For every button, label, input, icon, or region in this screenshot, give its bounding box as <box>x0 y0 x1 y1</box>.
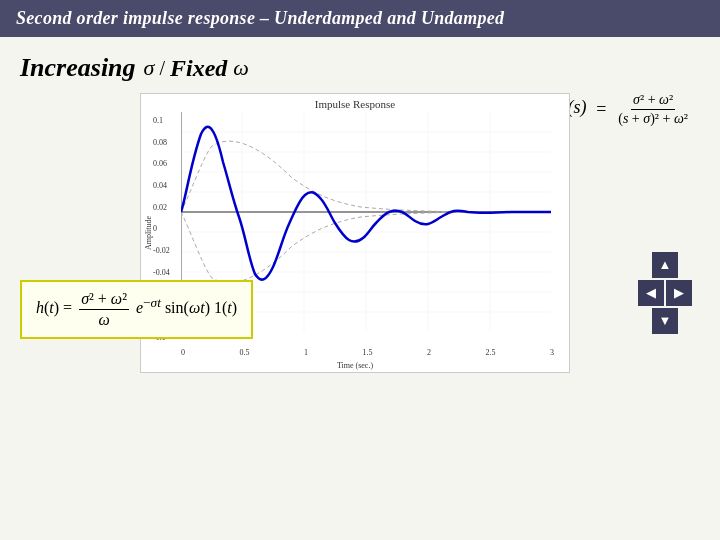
omega-label: ω <box>233 55 249 81</box>
nav-down-button[interactable]: ▼ <box>652 308 678 334</box>
slide-content: Increasing σ / Fixed ω H(s) = σ² + ω² (s… <box>0 37 720 389</box>
x-axis-labels: 0 0.5 1 1.5 2 2.5 3 <box>181 348 554 357</box>
fixed-label: Fixed <box>170 55 227 82</box>
formula-denominator: (s + σ)² + ω² <box>616 110 690 127</box>
sigma-label: σ <box>144 55 155 81</box>
header-title: Second order impulse response – Underdam… <box>16 8 504 28</box>
increasing-label: Increasing <box>20 53 136 83</box>
nav-left-button[interactable]: ◀ <box>638 280 664 306</box>
nav-up-button[interactable]: ▲ <box>652 252 678 278</box>
right-arrow-icon: ▶ <box>674 285 684 301</box>
y-axis-label: Amplitude <box>144 216 153 250</box>
down-arrow-icon: ▼ <box>659 313 672 329</box>
bottom-formula-box: h(t) = σ² + ω² ω e−σt sin(ωt) 1(t) <box>20 280 253 339</box>
nav-right-button[interactable]: ▶ <box>666 280 692 306</box>
nav-arrows: ▲ ◀ ▶ ▼ <box>638 252 692 334</box>
left-arrow-icon: ◀ <box>646 285 656 301</box>
slide: Second order impulse response – Underdam… <box>0 0 720 540</box>
slash-label: / <box>159 57 165 80</box>
top-right-formula: H(s) = σ² + ω² (s + σ)² + ω² <box>555 92 690 127</box>
plot-title: Impulse Response <box>141 94 569 110</box>
top-label-row: Increasing σ / Fixed ω <box>20 53 700 83</box>
bottom-fraction: σ² + ω² ω <box>79 290 129 329</box>
equals-sign: = <box>596 99 606 119</box>
slide-header: Second order impulse response – Underdam… <box>0 0 720 37</box>
formula-fraction: σ² + ω² (s + σ)² + ω² <box>616 92 690 127</box>
formula-numerator: σ² + ω² <box>631 92 675 110</box>
up-arrow-icon: ▲ <box>659 257 672 273</box>
x-axis-label: Time (sec.) <box>337 361 373 370</box>
